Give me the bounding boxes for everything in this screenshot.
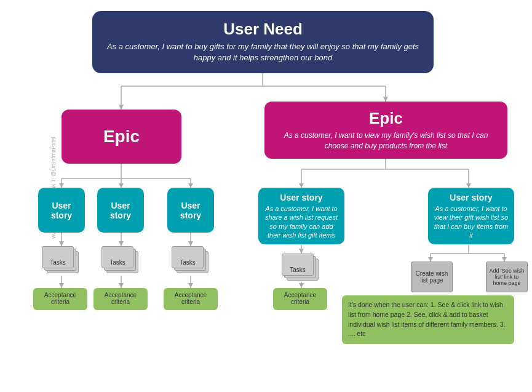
svg-marker-41 — [299, 283, 304, 288]
epic-right-desc: As a customer, I want to view my family'… — [274, 130, 498, 151]
user-story-4: User story As a customer, I want to shar… — [258, 188, 344, 244]
us2-title: Userstory — [110, 201, 131, 220]
svg-marker-13 — [188, 183, 193, 188]
acceptance-label-4: Acceptance criteria — [284, 292, 316, 305]
user-story-3: Userstory — [167, 188, 214, 233]
task-card-4a: Tasks — [282, 254, 314, 276]
acceptance-label-3: Acceptance criteria — [175, 292, 207, 305]
svg-marker-35 — [59, 283, 64, 288]
done-criteria-text: It's done when the user can: 1. See & cl… — [348, 301, 505, 337]
svg-marker-5 — [383, 97, 388, 102]
create-wishlist-label: Create wish list page — [413, 270, 450, 284]
task-card-2a: Tasks — [101, 246, 133, 268]
svg-marker-27 — [299, 249, 304, 254]
user-need-title: User Need — [105, 20, 421, 39]
us5-desc: As a customer, I want to view their gift… — [433, 204, 509, 239]
user-story-1: Userstory — [38, 188, 85, 233]
acceptance-1: Acceptance criteria — [33, 288, 87, 310]
svg-marker-18 — [299, 183, 304, 188]
svg-marker-11 — [59, 183, 64, 188]
us4-title: User story — [263, 193, 339, 202]
create-wishlist-task: Create wish list page — [411, 262, 453, 292]
task-label-1: Tasks — [50, 259, 66, 266]
add-see-wishlist-label: Add 'See wish list' link to home page — [488, 268, 525, 286]
svg-marker-32 — [428, 257, 433, 262]
svg-marker-19 — [466, 183, 471, 188]
user-story-5: User story As a customer, I want to view… — [428, 188, 514, 244]
svg-marker-12 — [119, 183, 124, 188]
task-card-1a: Tasks — [42, 246, 74, 268]
us4-desc: As a customer, I want to share a wish li… — [263, 204, 339, 239]
task-label-4: Tasks — [290, 266, 306, 273]
svg-marker-23 — [119, 241, 124, 246]
epic-right-box: Epic As a customer, I want to view my fa… — [264, 102, 507, 159]
user-story-2: Userstory — [97, 188, 144, 233]
epic-left-box: Epic — [62, 110, 181, 164]
task-label-3: Tasks — [180, 259, 196, 266]
task-card-3a: Tasks — [172, 246, 204, 268]
acceptance-2: Acceptance criteria — [93, 288, 148, 310]
svg-marker-33 — [502, 257, 507, 262]
acceptance-3: Acceptance criteria — [164, 288, 218, 310]
us5-title: User story — [433, 193, 509, 202]
epic-right-title: Epic — [274, 109, 498, 128]
svg-marker-39 — [188, 283, 193, 288]
user-need-subtitle: As a customer, I want to buy gifts for m… — [105, 41, 421, 63]
add-see-wishlist-task: Add 'See wish list' link to home page — [486, 262, 528, 292]
user-need-box: User Need As a customer, I want to buy g… — [92, 11, 434, 73]
task-label-2: Tasks — [109, 259, 125, 266]
svg-marker-4 — [119, 105, 124, 110]
svg-marker-25 — [188, 241, 193, 246]
epic-left-label: Epic — [103, 127, 140, 146]
us3-title: Userstory — [180, 201, 201, 220]
svg-marker-21 — [59, 241, 64, 246]
diagram: www.salmapatel.co.uk T: @DrSalmaPatel Us… — [0, 0, 532, 392]
acceptance-label-2: Acceptance criteria — [105, 292, 137, 305]
done-criteria-box: It's done when the user can: 1. See & cl… — [342, 295, 514, 344]
svg-marker-37 — [119, 283, 124, 288]
us1-title: Userstory — [51, 201, 72, 220]
acceptance-label-1: Acceptance criteria — [44, 292, 76, 305]
acceptance-4: Acceptance criteria — [273, 288, 327, 310]
